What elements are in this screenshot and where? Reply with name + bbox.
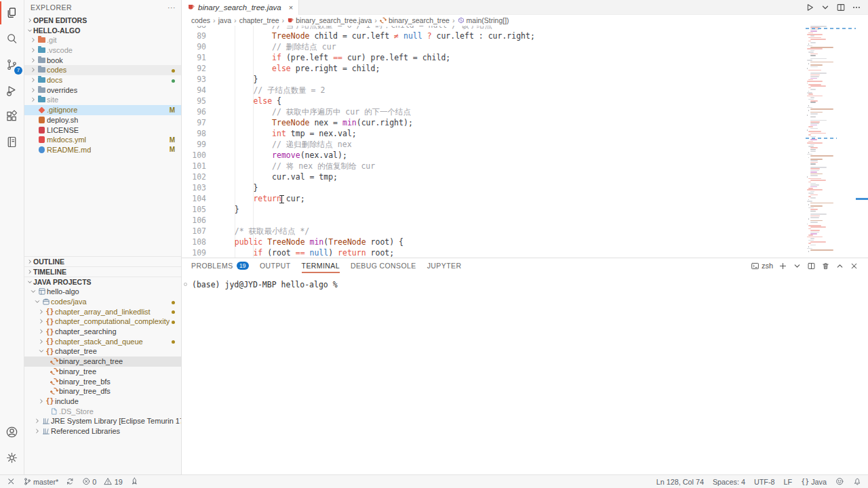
status-feedback[interactable] [835,477,844,486]
terminal[interactable]: (base) jyd@JYD-MBP hello-algo % [182,273,868,289]
tree-item-ds-store[interactable]: .DS_Store [24,406,181,416]
status-bell[interactable] [853,477,862,486]
tree-item-codes-java[interactable]: codes/java [24,297,181,307]
activity-item-gear[interactable] [0,445,24,470]
chev-down-icon[interactable] [793,262,802,270]
tree-item-hello-algo[interactable]: hello-algo [24,287,181,297]
section-root-folder[interactable]: HELLO-ALGO [24,25,181,35]
tab-binary-search-tree[interactable]: binary_search_tree.java × [182,0,299,15]
status-rocket[interactable] [130,477,139,486]
section-java-projects[interactable]: JAVA PROJECTS [24,277,181,287]
run-icon[interactable] [805,3,814,12]
activity-item-notebook[interactable] [0,129,24,155]
status-sync[interactable] [66,477,75,486]
code-line-94[interactable]: 94 // 子结点数量 = 2 [182,85,806,96]
breadcrumb-item-binary-search-tree-java[interactable]: binary_search_tree.java [287,16,372,24]
code-line-95[interactable]: 95 else { [182,96,806,106]
tree-item-docs[interactable]: docs [24,75,181,85]
more-actions-icon[interactable]: ··· [167,3,176,12]
status-ln-128-col-74[interactable]: Ln 128, Col 74 [656,477,704,486]
plus-icon[interactable] [778,262,787,270]
tree-item-git[interactable]: .git [24,35,181,45]
code-line-96[interactable]: 96 // 获取中序遍历中 cur 的下一个结点 [182,106,806,117]
activity-item-debug[interactable] [0,77,24,103]
breadcrumb-item-codes[interactable]: codes [191,16,210,24]
panel-tab-output[interactable]: OUTPUT [260,258,291,273]
split-icon[interactable] [836,3,846,12]
tree-item-site[interactable]: site [24,95,181,105]
tree-item-readme-md[interactable]: README.mdM [24,145,181,155]
tree-item-chapter-stack-and-queue[interactable]: {}chapter_stack_and_queue [24,336,181,346]
code-line-89[interactable]: 89 TreeNode child = cur.left ≠ null ? cu… [182,30,806,41]
code-line-107[interactable]: 107 /* 获取最小结点 */ [182,226,806,237]
status-error[interactable]: 0 [82,477,97,486]
minimap[interactable] [806,26,856,258]
panel-tab-debug-console[interactable]: DEBUG CONSOLE [351,258,416,273]
tree-item-chapter-array-and-linkedlist[interactable]: {}chapter_array_and_linkedlist [24,306,181,317]
shell-selector[interactable]: zsh [751,262,773,270]
tree-item-jre-system-library-eclipse-temurin-17-17[interactable]: JRE System Library [Eclipse Temurin 17 [… [24,416,181,426]
chev-up-icon[interactable] [835,262,844,270]
status-braces-text[interactable]: {}Java [801,477,827,486]
status-utf-8[interactable]: UTF-8 [754,477,775,486]
activity-item-extensions[interactable] [0,103,24,129]
more-icon[interactable] [852,3,861,12]
code-line-99[interactable]: 99 // 递归删除结点 nex [182,139,806,150]
code-line-98[interactable]: 98 int tmp = nex.val; [182,128,806,139]
section-open-editors[interactable]: OPEN EDITORS [24,15,181,25]
tree-item-codes[interactable]: codes [24,65,181,75]
close-icon[interactable] [850,262,859,270]
activity-item-search[interactable] [0,26,24,52]
tree-item-chapter-tree[interactable]: {}chapter_tree [24,346,181,357]
panel-tab-jupyter[interactable]: JUPYTER [427,258,462,273]
code-line-100[interactable]: 100 remove(nex.val); [182,150,806,161]
tree-item-binary-tree-dfs[interactable]: binary_tree_dfs [24,386,181,396]
section-outline[interactable]: OUTLINE [24,256,181,266]
code-line-103[interactable]: 103 } [182,182,806,193]
tree-item-license[interactable]: LICENSE [24,125,181,135]
code-line-105[interactable]: 105 } [182,204,806,215]
breadcrumb-item-java[interactable]: java [218,16,231,24]
panel-tab-terminal[interactable]: TERMINAL [302,258,340,273]
tree-item-vscode[interactable]: .vscode [24,45,181,56]
code-line-91[interactable]: 91 if (pre.left == cur) pre.left = child… [182,52,806,63]
section-timeline[interactable]: TIMELINE [24,266,181,277]
panel-tab-problems[interactable]: PROBLEMS19 [191,258,249,273]
chev-down-icon[interactable] [821,3,830,12]
breadcrumb-item-main-string[interactable]: main(String[]) [458,16,509,24]
breadcrumb-item-binary-search-tree[interactable]: binary_search_tree [380,16,450,24]
code-line-104[interactable]: 104 return cur; [182,193,806,204]
code-line-93[interactable]: 93 } [182,74,806,85]
tree-item-chapter-computational-complexity[interactable]: {}chapter_computational_complexity [24,317,181,327]
breadcrumb-item-chapter-tree[interactable]: chapter_tree [239,16,279,24]
code-line-109[interactable]: 109 if (root == null) return root; [182,247,806,258]
tree-item-gitignore[interactable]: .gitignoreM [24,105,181,115]
code-line-97[interactable]: 97 TreeNode nex = min(cur.right); [182,117,806,128]
code-line-90[interactable]: 90 // 删除结点 cur [182,41,806,52]
code-editor[interactable]: 88 // 当子结点数量 = 0 / 1 时，child = null / 该子… [182,26,806,258]
code-line-101[interactable]: 101 // 将 nex 的值复制给 cur [182,161,806,171]
tree-item-binary-tree[interactable]: binary_tree [24,367,181,377]
code-line-102[interactable]: 102 cur.val = tmp; [182,171,806,182]
code-line-108[interactable]: 108 public TreeNode min(TreeNode root) { [182,237,806,247]
tree-item-chapter-searching[interactable]: {}chapter_searching [24,327,181,337]
activity-item-scm[interactable]: 7 [0,52,24,77]
code-line-106[interactable]: 106 [182,215,806,226]
split-icon[interactable] [807,262,816,270]
activity-item-files[interactable] [0,0,24,26]
close-icon[interactable]: × [289,3,293,12]
code-line-88[interactable]: 88 // 当子结点数量 = 0 / 1 时，child = null / 该子… [182,26,806,30]
tree-item-binary-tree-bfs[interactable]: binary_tree_bfs [24,376,181,386]
tree-item-include[interactable]: {}include [24,396,181,407]
code-line-92[interactable]: 92 else pre.right = child; [182,63,806,74]
status-remote[interactable] [7,477,16,486]
trash-icon[interactable] [821,262,830,270]
status-branch[interactable]: master* [23,477,59,486]
activity-item-account[interactable] [0,419,24,445]
status-lf[interactable]: LF [784,477,793,486]
tree-item-overrides[interactable]: overrides [24,85,181,95]
tree-item-mkdocs-yml[interactable]: mkdocs.ymlM [24,135,181,145]
tree-item-referenced-libraries[interactable]: Referenced Libraries [24,426,181,436]
status-spaces-4[interactable]: Spaces: 4 [713,477,745,486]
status-warning[interactable]: 19 [104,477,123,486]
